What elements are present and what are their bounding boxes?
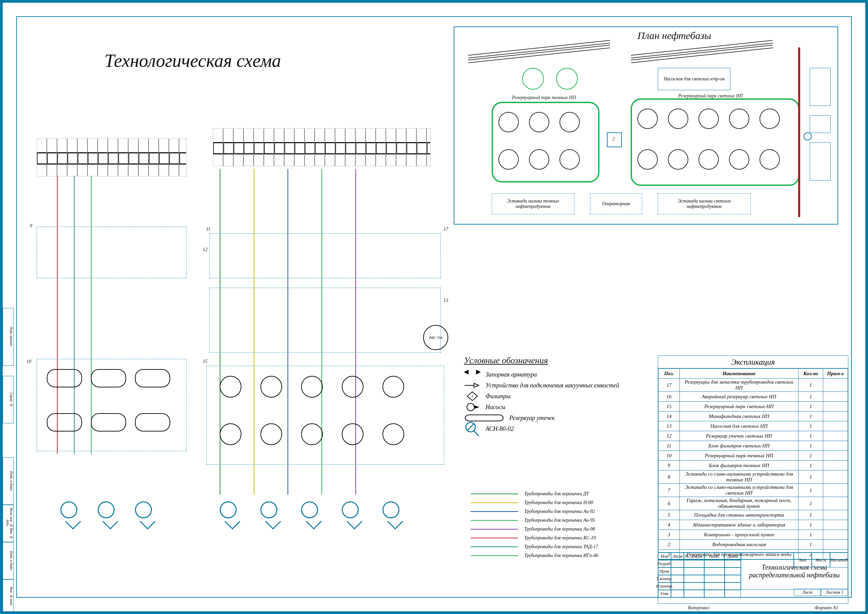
callout-13: 13 (443, 298, 448, 303)
expl-row: 14Манифольдная светлых НП1 (659, 412, 848, 421)
format-a1: Формат А1 (814, 605, 838, 611)
tb-col: Дата (725, 553, 741, 560)
pump-house-box: Насосная для светлых н/пр-ов (658, 68, 730, 90)
explication-grid: Поз. Наименование Кол-во Прим-е 17Резерв… (658, 368, 848, 560)
asn-icon (383, 501, 400, 518)
legend-label: Фильтры (485, 393, 510, 400)
explication-table: Экспликация Поз. Наименование Кол-во При… (658, 356, 848, 560)
legend-row: Насосы (464, 403, 640, 411)
pipe-label: Трубопроводы для перекачки Аи-92 (524, 509, 595, 514)
tank (529, 149, 549, 169)
reg-box: Справ. № (3, 376, 14, 423)
legend-row: 1 Фильтры (464, 392, 640, 400)
asn-icon (220, 501, 237, 518)
est-dark-box: Эстакада налива темных нефтепродуктов (491, 193, 574, 215)
tank (760, 109, 780, 129)
expl-row: 5Площадка для стоянки автотранспорта1 (659, 510, 848, 520)
group-15 (206, 366, 444, 465)
tb-lit: Лит. (794, 553, 812, 567)
asn-icon (342, 501, 359, 518)
tank (637, 109, 658, 129)
legend-row: Запорная арматура (464, 370, 640, 379)
tank (729, 149, 749, 169)
tank (498, 149, 519, 169)
tank (498, 112, 519, 132)
legend-label: Насосы (485, 404, 505, 411)
pipe-color-key: Трубопроводы для перекачки ДТ Трубопрово… (471, 488, 598, 562)
expl-row: 9Блок фильтров темных НП1 (659, 461, 848, 471)
expl-row: 6Гараж, котельная, бондарная, пожарный п… (659, 497, 848, 510)
callout-2: 2 (612, 136, 615, 142)
tb-sheet: Лист (794, 589, 821, 596)
group-13-14 (209, 288, 441, 353)
site-plan: План нефтебазы Насосная для светлых н/пр… (454, 26, 838, 225)
expl-row: 13Насосная для светлых НП1 (659, 421, 848, 431)
tank (699, 149, 719, 169)
tb-mass: Масса (812, 553, 830, 567)
tb-col: Подп. (704, 553, 725, 560)
expl-row: 4Административное здание и лаборатория1 (659, 520, 848, 530)
reg-box: Подп. и дата (3, 457, 14, 505)
pipe-label: Трубопроводы для перекачки КС-19 (524, 535, 596, 541)
est-light-box: Эстакада налива светлых нефтепродуктов (658, 193, 751, 215)
drawing-sheet: { "titles":{ "main":"Технологическая схе… (0, 0, 868, 614)
htank (47, 413, 82, 432)
rail-rack-light (213, 128, 431, 166)
group-11 (209, 233, 441, 278)
pump-house-label: Насосная для светлых н/пр-ов (663, 76, 725, 82)
tank (760, 149, 780, 169)
park-dark-label: Резервуарный парк темных НП (512, 95, 576, 100)
asn-icon (464, 425, 481, 433)
legend-label: Резервуар утечек (509, 415, 555, 422)
legend-row: Резервуар утечек (464, 414, 640, 422)
svg-marker-5 (474, 406, 479, 409)
operator-box: Операторная (590, 193, 642, 215)
htank (135, 413, 170, 432)
col-pos: Поз. (659, 369, 680, 379)
asn-icon (135, 501, 152, 518)
tank (699, 109, 719, 129)
est-light-label: Эстакада налива светлых нефтепродуктов (660, 199, 748, 209)
building-6 (810, 68, 831, 106)
pipe-label: Трубопроводы для перекачки Н-80 (524, 500, 593, 505)
asn-icon (301, 501, 318, 518)
road (798, 48, 800, 217)
stank (220, 423, 242, 445)
htank (91, 369, 126, 387)
reg-box: Подп. и дата (3, 542, 14, 580)
expl-row: 3Контрольно - пропускной пункт1 (659, 530, 848, 540)
tb-col: № Докум. (684, 553, 704, 560)
stank (220, 376, 242, 398)
htank (135, 369, 170, 387)
stank (260, 423, 282, 445)
pipe-label: Трубопроводы для перекачки ТАД-17 (524, 544, 598, 550)
tb-right-labels: Лит. Масса Масштаб (794, 553, 848, 567)
col-note: Прим-е (823, 369, 848, 379)
callout-12: 12 (203, 247, 208, 252)
stank (301, 423, 323, 445)
explication-title: Экспликация (658, 356, 848, 368)
tank (560, 149, 580, 169)
pipe-label: Трубопроводы для перекачки ДТ (524, 491, 589, 497)
est-dark-label: Эстакада налива темных нефтепродуктов (494, 199, 572, 209)
tank (637, 149, 658, 169)
callout-15: 15 (203, 359, 208, 364)
rail-rack-dark (37, 138, 186, 176)
expl-row: 12Резервуар утечек светлых НП1 (659, 431, 848, 441)
expl-row: 8Эстакада со сливо-наливными устройствам… (659, 471, 848, 484)
tank (529, 112, 549, 132)
tank (560, 112, 580, 132)
plan-title: План нефтебазы (637, 30, 711, 41)
legend-label: Устройство для подключения вакуумных емк… (485, 382, 619, 389)
tb-row: Пров. (658, 567, 671, 575)
tank (668, 109, 688, 129)
filter-icon: 1 (464, 392, 481, 400)
legend: Условные обозначения Запорная арматура У… (464, 356, 640, 435)
kpp-marker (804, 132, 812, 140)
svg-line-8 (467, 424, 474, 431)
expl-row: 7Эстакада со сливо-наливными устройствам… (659, 484, 848, 497)
expl-row: 16Аварийный резервуар светлых НП1 (659, 392, 848, 402)
expl-row: 11Блок фильтров светлых НП1 (659, 441, 848, 451)
htank (91, 413, 126, 432)
svg-rect-6 (465, 415, 503, 421)
